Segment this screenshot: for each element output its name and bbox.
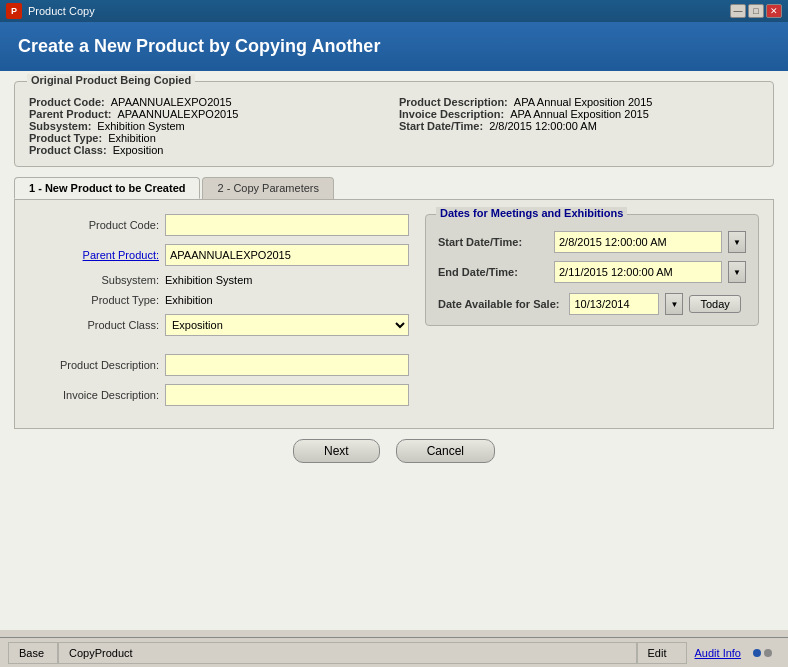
form-row-subsystem: Subsystem: Exhibition System	[29, 274, 409, 286]
form-subsystem-label: Subsystem:	[29, 274, 159, 286]
orig-row-product-type: Product Type: Exhibition	[29, 132, 389, 144]
parent-product-input[interactable]	[165, 244, 409, 266]
orig-parent-product-label: Parent Product:	[29, 108, 112, 120]
form-product-type-value: Exhibition	[165, 294, 213, 306]
date-available-row: Date Available for Sale: ▼ Today	[438, 293, 746, 315]
status-bar: Base CopyProduct Edit Audit Info	[0, 637, 788, 667]
orig-row-invoice-desc: Invoice Description: APA Annual Expositi…	[399, 108, 759, 120]
date-row-start: Start Date/Time: ▼	[438, 231, 746, 253]
orig-invoice-desc-value: APA Annual Exposition 2015	[510, 108, 649, 120]
form-row-invoice-desc: Invoice Description:	[29, 384, 409, 406]
tab-new-product[interactable]: 1 - New Product to be Created	[14, 177, 200, 199]
available-for-sale-dropdown-button[interactable]: ▼	[665, 293, 683, 315]
tabs-row: 1 - New Product to be Created 2 - Copy P…	[14, 177, 774, 199]
start-datetime-dropdown-button[interactable]: ▼	[728, 231, 746, 253]
page-header: Create a New Product by Copying Another	[0, 22, 788, 71]
original-product-grid: Product Code: APAANNUALEXPO2015 Parent P…	[29, 96, 759, 156]
tab-copy-parameters[interactable]: 2 - Copy Parameters	[202, 177, 333, 199]
orig-product-code-label: Product Code:	[29, 96, 105, 108]
status-mode: Base	[8, 642, 58, 664]
main-content: Original Product Being Copied Product Co…	[0, 71, 788, 630]
orig-row-product-class: Product Class: Exposition	[29, 144, 389, 156]
status-dot-2	[764, 649, 772, 657]
end-datetime-input[interactable]	[554, 261, 722, 283]
title-bar: P Product Copy — □ ✕	[0, 0, 788, 22]
parent-product-link-label[interactable]: Parent Product:	[29, 249, 159, 261]
start-datetime-label: Start Date/Time:	[438, 236, 548, 248]
audit-info-link[interactable]: Audit Info	[695, 647, 741, 659]
form-product-class-label: Product Class:	[29, 319, 159, 331]
dates-box: Dates for Meetings and Exhibitions Start…	[425, 214, 759, 326]
product-code-input[interactable]	[165, 214, 409, 236]
available-for-sale-input[interactable]	[569, 293, 659, 315]
status-dots	[747, 649, 772, 657]
orig-row-product-desc: Product Description: APA Annual Expositi…	[399, 96, 759, 108]
orig-product-class-value: Exposition	[113, 144, 164, 156]
form-area: Product Code: Parent Product: Subsystem:…	[14, 199, 774, 429]
orig-invoice-desc-label: Invoice Description:	[399, 108, 504, 120]
bottom-buttons-area: Next Cancel	[14, 429, 774, 471]
form-product-desc-label: Product Description:	[29, 359, 159, 371]
form-left: Product Code: Parent Product: Subsystem:…	[29, 214, 409, 414]
status-name: CopyProduct	[58, 642, 637, 664]
today-button[interactable]: Today	[689, 295, 740, 313]
form-row-product-code: Product Code:	[29, 214, 409, 236]
orig-start-date-value: 2/8/2015 12:00:00 AM	[489, 120, 597, 132]
orig-product-type-value: Exhibition	[108, 132, 156, 144]
invoice-description-input[interactable]	[165, 384, 409, 406]
form-product-code-label: Product Code:	[29, 219, 159, 231]
form-right: Dates for Meetings and Exhibitions Start…	[425, 214, 759, 414]
product-description-input[interactable]	[165, 354, 409, 376]
start-datetime-input[interactable]	[554, 231, 722, 253]
orig-subsystem-label: Subsystem:	[29, 120, 91, 132]
form-row-product-type: Product Type: Exhibition	[29, 294, 409, 306]
date-row-end: End Date/Time: ▼	[438, 261, 746, 283]
orig-subsystem-value: Exhibition System	[97, 120, 184, 132]
orig-row-start-date: Start Date/Time: 2/8/2015 12:00:00 AM	[399, 120, 759, 132]
cancel-button[interactable]: Cancel	[396, 439, 495, 463]
form-invoice-desc-label: Invoice Description:	[29, 389, 159, 401]
status-dot-1	[753, 649, 761, 657]
original-section-legend: Original Product Being Copied	[27, 74, 195, 86]
orig-product-type-label: Product Type:	[29, 132, 102, 144]
close-button[interactable]: ✕	[766, 4, 782, 18]
end-datetime-label: End Date/Time:	[438, 266, 548, 278]
end-datetime-dropdown-button[interactable]: ▼	[728, 261, 746, 283]
form-row-product-desc: Product Description:	[29, 354, 409, 376]
orig-product-code-value: APAANNUALEXPO2015	[111, 96, 232, 108]
form-row-product-class: Product Class: Exposition	[29, 314, 409, 336]
page-title: Create a New Product by Copying Another	[18, 36, 380, 56]
window-title: Product Copy	[28, 5, 724, 17]
orig-row-product-code: Product Code: APAANNUALEXPO2015	[29, 96, 389, 108]
form-product-type-label: Product Type:	[29, 294, 159, 306]
form-row-parent-product: Parent Product:	[29, 244, 409, 266]
original-product-section: Original Product Being Copied Product Co…	[14, 81, 774, 167]
orig-row-parent-product: Parent Product: APAANNUALEXPO2015	[29, 108, 389, 120]
app-icon: P	[6, 3, 22, 19]
orig-start-date-label: Start Date/Time:	[399, 120, 483, 132]
orig-row-subsystem: Subsystem: Exhibition System	[29, 120, 389, 132]
original-left-col: Product Code: APAANNUALEXPO2015 Parent P…	[29, 96, 389, 156]
orig-parent-product-value: APAANNUALEXPO2015	[118, 108, 239, 120]
available-for-sale-label: Date Available for Sale:	[438, 298, 559, 310]
orig-product-desc-label: Product Description:	[399, 96, 508, 108]
form-subsystem-value: Exhibition System	[165, 274, 252, 286]
orig-product-desc-value: APA Annual Exposition 2015	[514, 96, 653, 108]
dates-legend: Dates for Meetings and Exhibitions	[436, 207, 627, 219]
status-edit: Edit	[637, 642, 687, 664]
minimize-button[interactable]: —	[730, 4, 746, 18]
original-right-col: Product Description: APA Annual Expositi…	[399, 96, 759, 156]
next-button[interactable]: Next	[293, 439, 380, 463]
orig-product-class-label: Product Class:	[29, 144, 107, 156]
product-class-select[interactable]: Exposition	[165, 314, 409, 336]
maximize-button[interactable]: □	[748, 4, 764, 18]
window-controls: — □ ✕	[730, 4, 782, 18]
